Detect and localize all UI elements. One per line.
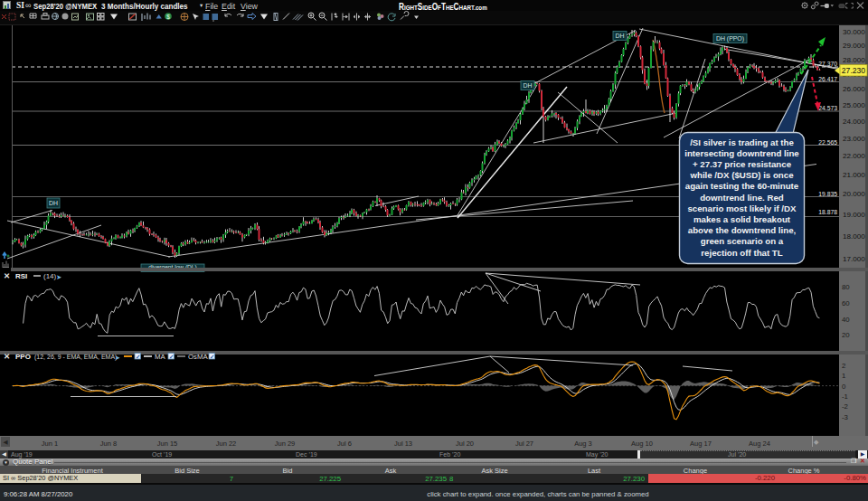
svg-text:✕: ✕ (4, 271, 10, 280)
svg-text:again testing the 60-minute: again testing the 60-minute (685, 181, 799, 191)
svg-text:(12, 26, 9 - EMA, EMA, EMA): (12, 26, 9 - EMA, EMA, EMA) (34, 354, 117, 361)
svg-text:19.000: 19.000 (843, 211, 865, 219)
svg-text:21.000: 21.000 (843, 171, 865, 179)
svg-text:✓: ✓ (136, 354, 140, 360)
svg-text:27.230: 27.230 (842, 66, 866, 75)
svg-text:➤: ➤ (115, 354, 120, 361)
svg-text:24.000: 24.000 (843, 118, 865, 126)
svg-text:28.000: 28.000 (843, 56, 865, 64)
svg-text:-1: -1 (842, 392, 848, 401)
svg-text:intersecting downtrend line: intersecting downtrend line (684, 148, 799, 158)
svg-text:makes a solid breakout: makes a solid breakout (693, 214, 791, 224)
svg-text:1: 1 (842, 372, 845, 380)
svg-text:✕: ✕ (4, 352, 10, 361)
svg-text:26.417: 26.417 (818, 76, 837, 82)
svg-text:+ 27.37 price resistance: + 27.37 price resistance (693, 159, 792, 169)
svg-text:-2: -2 (842, 402, 848, 411)
svg-text:20: 20 (842, 331, 850, 339)
svg-text:downtrend line. Red: downtrend line. Red (700, 193, 784, 203)
svg-text:✓: ✓ (210, 354, 214, 360)
svg-text:OsMA: OsMA (188, 353, 208, 361)
svg-text:22.000: 22.000 (843, 152, 865, 160)
svg-text:20.000: 20.000 (843, 190, 865, 198)
svg-text:green scenario on a: green scenario on a (701, 236, 784, 246)
svg-text:DH: DH (524, 82, 533, 89)
svg-text:rejection off that TL: rejection off that TL (701, 248, 782, 258)
svg-text:17.000: 17.000 (843, 255, 865, 263)
svg-text:RSI: RSI (15, 272, 27, 280)
svg-text:19.835: 19.835 (818, 191, 837, 197)
svg-text:25.000: 25.000 (843, 101, 865, 109)
svg-text:26.000: 26.000 (843, 85, 865, 93)
svg-text:0: 0 (842, 383, 846, 391)
svg-text:30.000: 30.000 (843, 28, 865, 36)
svg-text:DH (PPO): DH (PPO) (716, 35, 744, 43)
svg-text:24.573: 24.573 (818, 105, 837, 111)
svg-text:PPO: PPO (15, 353, 31, 361)
svg-text:29.000: 29.000 (843, 42, 865, 50)
svg-text:➤: ➤ (56, 273, 61, 281)
svg-text:DH: DH (616, 33, 625, 39)
svg-text:$: $ (166, 14, 170, 20)
svg-text:-3: -3 (842, 413, 848, 421)
svg-text:while /DX ($USD) is once: while /DX ($USD) is once (689, 170, 794, 180)
svg-text:40: 40 (842, 316, 850, 324)
svg-text:/SI silver is trading at the: /SI silver is trading at the (690, 137, 794, 147)
svg-text:MA: MA (155, 353, 165, 361)
svg-text:22.565: 22.565 (818, 139, 837, 146)
svg-text:scenario most likely if /DX: scenario most likely if /DX (687, 203, 797, 213)
svg-text:80: 80 (842, 283, 850, 291)
svg-text:✓: ✓ (169, 354, 174, 360)
svg-text:18.878: 18.878 (818, 209, 837, 215)
svg-text:60: 60 (842, 299, 850, 307)
svg-text:18.000: 18.000 (843, 232, 865, 241)
svg-text:DH: DH (49, 200, 58, 206)
svg-text:above the downtrend line,: above the downtrend line, (688, 225, 797, 235)
svg-text:27.370: 27.370 (818, 61, 837, 67)
svg-text:2: 2 (842, 362, 845, 370)
svg-text:23.000: 23.000 (843, 135, 865, 143)
svg-text:(14): (14) (43, 272, 57, 280)
